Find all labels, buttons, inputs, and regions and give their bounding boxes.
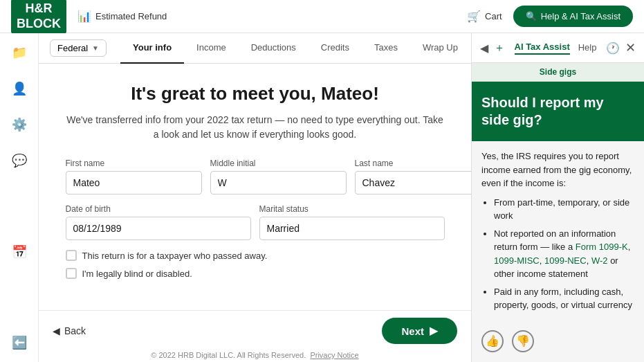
left-sidebar: 📁 👤 ⚙️ 💬 📅 ⬅️ (0, 33, 39, 362)
copyright-text: © 2022 HRB Digital LLC. All Rights Reser… (39, 351, 471, 362)
right-panel: ◀ ＋ AI Tax Assist Help 🕐 ✕ Side gigs Sho… (471, 33, 644, 362)
middle-initial-group: Middle initial (210, 159, 347, 194)
footer: ◀ Back Next ▶ © 2022 HRB Digital LLC. Al… (39, 310, 471, 362)
sidebar-icon-calendar[interactable]: 📅 (8, 241, 30, 263)
logo-text: H&RBLOCK (17, 1, 61, 31)
sidebar-icon-user[interactable]: 👤 (8, 78, 30, 100)
marital-label: Marital status (259, 204, 445, 214)
thumbs-up-button[interactable]: 👍 (481, 330, 504, 352)
rp-tab-help[interactable]: Help (578, 42, 597, 54)
checkbox-taxpayer-passed[interactable]: This return is for a taxpayer who passed… (66, 250, 445, 261)
hrblock-logo: H&RBLOCK (11, 0, 66, 34)
last-name-input[interactable] (355, 171, 472, 194)
rp-bullet-1: From part-time, temporary, or side work (494, 196, 634, 223)
form-1099k-link[interactable]: Form 1099-K (576, 242, 628, 252)
checkbox-blind-disabled-label: I'm legally blind or disabled. (82, 269, 192, 279)
back-label: Back (64, 325, 86, 336)
estimated-refund-label: Estimated Refund (95, 11, 167, 21)
sidebar-icon-folder[interactable]: 📁 (8, 42, 30, 64)
rp-banner-title: Should I report my side gig? (481, 94, 634, 129)
main-layout: 📁 👤 ⚙️ 💬 📅 ⬅️ Federal ▼ Your info Income… (0, 33, 644, 362)
right-panel-header: ◀ ＋ AI Tax Assist Help 🕐 ✕ (472, 33, 644, 63)
tab-taxes[interactable]: Taxes (362, 33, 410, 64)
state-value: Federal (57, 43, 88, 53)
cart-icon: 🛒 (467, 10, 481, 23)
estimated-refund: 📊 Estimated Refund (77, 10, 167, 23)
rp-banner: Should I report my side gig? (472, 82, 644, 141)
form-1099misc-link[interactable]: 1099-MISC (494, 255, 540, 266)
page-subtitle: We've transferred info from your 2022 ta… (66, 113, 445, 142)
dob-input[interactable] (66, 217, 251, 240)
next-label: Next (401, 325, 424, 337)
sidebar-icon-chat[interactable]: 💬 (8, 150, 30, 172)
content-area: It's great to meet you, Mateo! We've tra… (39, 64, 471, 310)
rp-tabs: AI Tax Assist Help (515, 42, 597, 55)
middle-initial-input[interactable] (210, 171, 347, 194)
rp-bullets-list: From part-time, temporary, or side work … (481, 196, 634, 312)
dob-label: Date of birth (66, 204, 251, 214)
ai-assist-label: Help & AI Tax Assist (541, 11, 620, 21)
tab-deductions[interactable]: Deductions (239, 33, 309, 64)
side-gigs-tab[interactable]: Side gigs (472, 63, 644, 82)
checkbox-blind-disabled[interactable]: I'm legally blind or disabled. (66, 268, 445, 279)
cart-nav-item[interactable]: 🛒 Cart (467, 10, 502, 23)
form-1099nec-link[interactable]: 1099-NEC (544, 255, 587, 266)
rp-intro: Yes, the IRS requires you to report inco… (481, 150, 634, 190)
tab-income[interactable]: Income (184, 33, 239, 64)
footer-nav: ◀ Back Next ▶ (39, 310, 471, 351)
rp-tab-ai[interactable]: AI Tax Assist (515, 42, 570, 55)
last-name-group: Last name (355, 159, 472, 194)
checkbox-blind-disabled-box[interactable] (66, 268, 77, 279)
tab-credits[interactable]: Credits (309, 33, 362, 64)
name-row: First name Middle initial Last name Suff… (66, 159, 445, 194)
sidebar-icon-collapse[interactable]: ⬅️ (8, 332, 30, 354)
sidebar-icon-settings[interactable]: ⚙️ (8, 114, 30, 136)
dob-group: Date of birth (66, 204, 251, 240)
back-arrow-icon: ◀ (53, 325, 60, 336)
rp-bullet-3: Paid in any form, including cash, proper… (494, 285, 634, 312)
last-name-label: Last name (355, 159, 472, 168)
rp-close-icon[interactable]: ✕ (625, 40, 636, 55)
marital-input[interactable] (259, 217, 445, 240)
chevron-down-icon: ▼ (92, 44, 99, 52)
rp-feedback: 👍 👎 (472, 325, 644, 358)
state-selector[interactable]: Federal ▼ (50, 39, 107, 57)
top-navigation: H&RBLOCK 📊 Estimated Refund 🛒 Cart 🔍 Hel… (0, 0, 644, 33)
first-name-label: First name (66, 159, 202, 168)
marital-group: Marital status (259, 204, 445, 240)
back-button[interactable]: ◀ Back (53, 325, 86, 336)
rp-action-icons: 🕐 ✕ (606, 40, 636, 55)
search-icon: 🔍 (526, 11, 537, 21)
next-arrow-icon: ▶ (430, 325, 438, 337)
middle-initial-label: Middle initial (210, 159, 347, 168)
progress-tabs: Federal ▼ Your info Income Deductions Cr… (39, 33, 471, 64)
form-w2-link[interactable]: W-2 (591, 255, 608, 266)
page-title: It's great to meet you, Mateo! (66, 83, 445, 105)
thumbs-down-button[interactable]: 👎 (512, 330, 534, 352)
checkbox-taxpayer-passed-label: This return is for a taxpayer who passed… (82, 251, 268, 261)
rp-bullet-2: Not reported on an information return fo… (494, 227, 634, 281)
rp-add-icon[interactable]: ＋ (494, 41, 505, 55)
checkbox-taxpayer-passed-box[interactable] (66, 250, 77, 261)
tab-your-info[interactable]: Your info (120, 33, 184, 64)
first-name-input[interactable] (66, 171, 202, 194)
form-content: It's great to meet you, Mateo! We've tra… (55, 64, 456, 297)
rp-back-icon[interactable]: ◀ (480, 42, 488, 55)
dob-marital-row: Date of birth Marital status (66, 204, 445, 240)
tab-wrap-up[interactable]: Wrap Up (410, 33, 470, 64)
first-name-group: First name (66, 159, 202, 194)
privacy-notice-link[interactable]: Privacy Notice (310, 351, 358, 359)
refund-icon: 📊 (77, 10, 91, 23)
rp-nav-icons: ◀ ＋ (480, 41, 505, 55)
rp-body: Yes, the IRS requires you to report inco… (472, 141, 644, 325)
next-button[interactable]: Next ▶ (382, 318, 457, 344)
cart-label: Cart (485, 11, 502, 21)
ai-assist-button[interactable]: 🔍 Help & AI Tax Assist (513, 6, 633, 27)
rp-history-icon[interactable]: 🕐 (606, 42, 620, 55)
